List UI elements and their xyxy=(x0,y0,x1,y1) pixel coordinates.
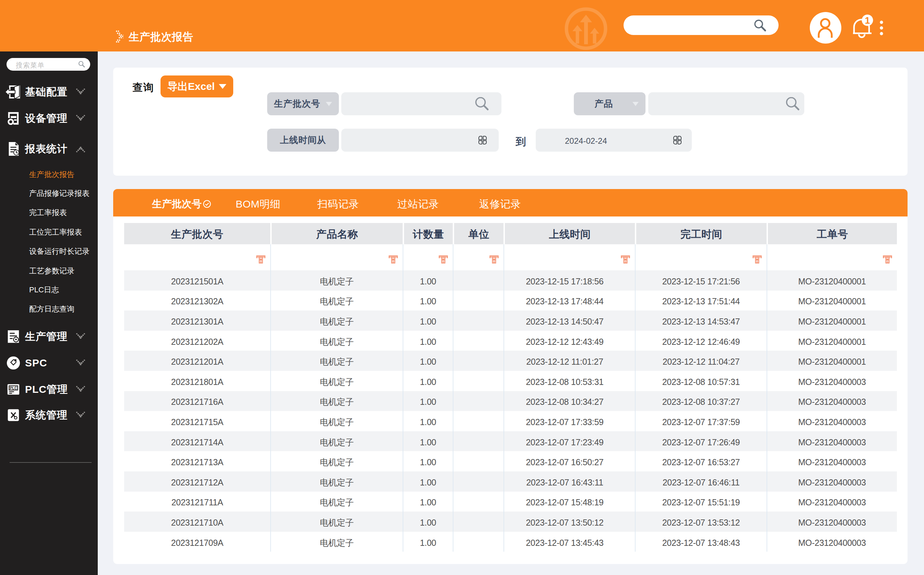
svg-text:1: 1 xyxy=(865,16,870,26)
svg-text:PLC: PLC xyxy=(10,386,17,390)
